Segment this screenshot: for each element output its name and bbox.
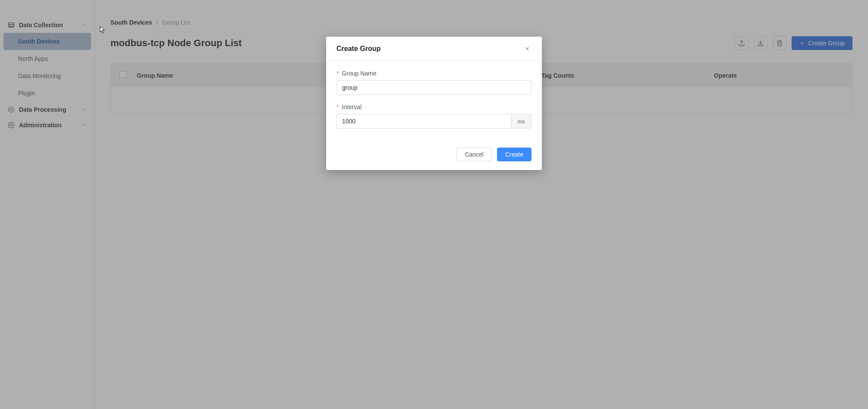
interval-input[interactable] — [337, 114, 511, 129]
modal-title: Create Group — [337, 45, 381, 53]
modal-close-button[interactable] — [523, 44, 531, 53]
modal-header: Create Group — [326, 37, 542, 61]
required-star-icon: * — [337, 70, 339, 77]
group-name-label-text: Group Name — [342, 70, 376, 77]
form-group-interval: * Interval ms — [337, 104, 531, 129]
group-name-input[interactable] — [337, 80, 531, 95]
create-button[interactable]: Create — [497, 148, 531, 161]
create-group-modal: Create Group * Group Name * Interval ms — [326, 37, 542, 170]
group-name-label: * Group Name — [337, 70, 531, 77]
form-group-name: * Group Name — [337, 70, 531, 95]
interval-input-wrapper: ms — [337, 114, 531, 129]
interval-unit-suffix: ms — [511, 114, 531, 129]
interval-label: * Interval — [337, 104, 531, 110]
required-star-icon: * — [337, 104, 339, 110]
interval-label-text: Interval — [342, 104, 362, 110]
modal-footer: Cancel Create — [326, 142, 542, 170]
modal-body: * Group Name * Interval ms — [326, 61, 542, 142]
cancel-button[interactable]: Cancel — [456, 148, 492, 161]
close-icon — [524, 46, 530, 52]
